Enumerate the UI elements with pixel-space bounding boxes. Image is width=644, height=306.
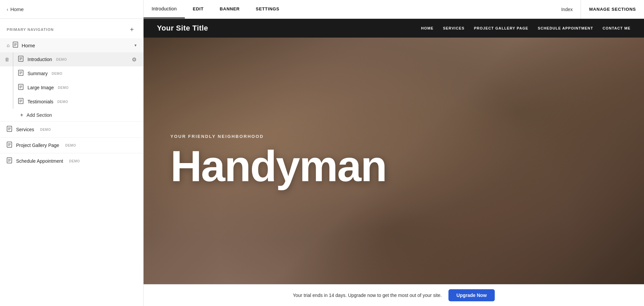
top-bar: ‹ Home Introduction EDIT BANNER SETTINGS… [0,0,644,19]
page-icon-project-gallery [7,142,12,149]
site-nav-project-gallery[interactable]: PROJECT GALLERY PAGE [474,26,528,30]
back-arrow-icon: ‹ [7,7,8,12]
subnav-left-bar [13,95,13,109]
site-nav-home[interactable]: HOME [421,26,433,30]
page-icon-introduction [18,56,23,63]
site-title: Your Site Title [157,24,208,33]
page-label-project-gallery: Project Gallery Page [16,143,59,148]
site-nav-schedule[interactable]: SCHEDULE APPOINTMENT [538,26,593,30]
upgrade-now-button[interactable]: Upgrade Now [448,289,495,301]
primary-nav-label: PRIMARY NAVIGATION [7,28,54,32]
page-item-project-gallery[interactable]: Project Gallery Page DEMO [0,137,143,153]
page-item-services[interactable]: Services DEMO [0,121,143,137]
home-house-icon: ⌂ [7,43,9,48]
subnav-item-introduction[interactable]: 🗑 Introduction DEMO ⚙ [0,52,143,66]
hero-subtitle: YOUR FRIENDLY NEIGHBORHOOD [170,134,617,139]
page-icon-schedule [7,157,12,165]
hero-content: YOUR FRIENDLY NEIGHBORHOOD Handyman [170,134,617,188]
primary-nav-header: PRIMARY NAVIGATION + [0,19,143,38]
trial-text: Your trial ends in 14 days. Upgrade now … [293,293,442,298]
subnav-label-testimonials: Testimonials [28,99,53,104]
site-nav-contact[interactable]: CONTACT ME [602,26,631,30]
subnav-left-bar [13,66,13,81]
demo-badge-introduction: DEMO [56,58,67,61]
demo-badge-large-image: DEMO [58,86,69,90]
top-bar-tabs: Introduction EDIT BANNER SETTINGS Index … [144,0,644,18]
demo-badge-schedule: DEMO [69,159,80,163]
add-nav-button[interactable]: + [127,25,137,34]
demo-badge-summary: DEMO [52,72,62,75]
top-bar-left: ‹ Home [0,0,144,18]
page-icon-services [7,126,12,133]
page-icon-large-image [18,84,23,91]
page-label-services: Services [16,127,34,132]
subnav-item-large-image[interactable]: Large Image DEMO [0,81,143,95]
demo-badge-project-gallery: DEMO [65,144,76,147]
page-icon-summary [18,70,23,77]
main-layout: PRIMARY NAVIGATION + ⌂ Home ▾ [0,19,644,306]
add-section-label: Add Section [26,112,52,118]
tab-index[interactable]: Index [553,0,581,18]
subnav-item-summary[interactable]: Summary DEMO [0,66,143,81]
tab-edit[interactable]: EDIT [185,0,212,18]
add-section-button[interactable]: + Add Section [0,109,143,121]
subnav-list: 🗑 Introduction DEMO ⚙ [0,52,143,121]
home-page-icon [13,42,18,49]
sidebar: PRIMARY NAVIGATION + ⌂ Home ▾ [0,19,144,306]
page-icon-testimonials [18,98,23,105]
site-nav-services[interactable]: SERVICES [443,26,465,30]
page-label-schedule: Schedule Appointment [16,158,63,164]
hero-section: YOUR FRIENDLY NEIGHBORHOOD Handyman [144,38,644,284]
subnav-left-bar [13,81,13,95]
back-link[interactable]: ‹ Home [7,6,24,12]
hero-title: Handyman [170,144,617,188]
nav-item-home[interactable]: ⌂ Home ▾ [0,38,143,52]
subnav-item-testimonials[interactable]: Testimonials DEMO [0,95,143,109]
subnav-left-bar [13,52,13,66]
back-label: Home [10,6,24,12]
home-icon-wrap: ⌂ Home [7,42,130,49]
chevron-down-icon: ▾ [135,43,137,48]
subnav-label-summary: Summary [28,71,48,76]
preview-area: Your Site Title HOME SERVICES PROJECT GA… [144,19,644,306]
gear-icon-introduction[interactable]: ⚙ [132,56,137,63]
page-item-schedule[interactable]: Schedule Appointment DEMO [0,153,143,169]
subnav-label-introduction: Introduction [28,57,52,62]
tab-banner[interactable]: BANNER [212,0,248,18]
bottom-banner: Your trial ends in 14 days. Upgrade now … [144,284,644,306]
home-label: Home [21,43,35,48]
demo-badge-services: DEMO [40,128,51,132]
site-nav: HOME SERVICES PROJECT GALLERY PAGE SCHED… [421,26,631,30]
site-header: Your Site Title HOME SERVICES PROJECT GA… [144,19,644,38]
tab-introduction[interactable]: Introduction [144,0,185,18]
plus-icon: + [20,112,23,118]
subnav-label-large-image: Large Image [28,85,54,90]
tab-settings[interactable]: SETTINGS [248,0,287,18]
delete-icon[interactable]: 🗑 [5,57,9,62]
demo-badge-testimonials: DEMO [57,100,68,104]
tab-manage-sections[interactable]: MANAGE SECTIONS [581,0,644,18]
tab-spacer [287,0,553,18]
